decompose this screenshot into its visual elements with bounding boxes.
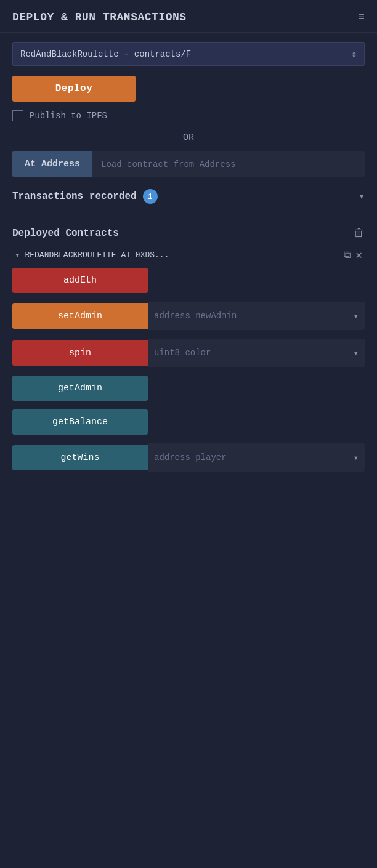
fn-row-spin: spin ▾ bbox=[12, 339, 365, 367]
instance-chevron-icon[interactable]: ▾ bbox=[15, 250, 20, 260]
at-address-row: At Address bbox=[12, 151, 365, 177]
fn-input-wrap-setAdmin: ▾ bbox=[148, 302, 365, 330]
fn-button-setAdmin[interactable]: setAdmin bbox=[12, 303, 148, 329]
transactions-chevron-icon[interactable]: ▾ bbox=[359, 190, 365, 203]
deployed-contracts-title: Deployed Contracts bbox=[12, 228, 119, 239]
page-title: DEPLOY & RUN TRANSACTIONS bbox=[12, 11, 187, 23]
at-address-button[interactable]: At Address bbox=[12, 151, 92, 177]
ipfs-label: Publish to IPFS bbox=[30, 111, 107, 121]
deploy-button[interactable]: Deploy bbox=[12, 76, 136, 102]
transactions-label: Transactions recorded bbox=[12, 191, 137, 202]
header: DEPLOY & RUN TRANSACTIONS ≡ bbox=[0, 0, 377, 33]
ipfs-checkbox[interactable] bbox=[12, 110, 23, 121]
fn-button-getBalance[interactable]: getBalance bbox=[12, 409, 148, 435]
delete-all-icon[interactable]: 🗑 bbox=[354, 227, 365, 239]
load-contract-input[interactable] bbox=[92, 151, 365, 177]
fn-input-wrap-getWins: ▾ bbox=[148, 443, 365, 472]
or-divider: OR bbox=[0, 132, 377, 143]
contract-select-wrapper: RedAndBlackRoulette - contracts/F ⇕ bbox=[12, 42, 365, 66]
section-divider bbox=[12, 215, 365, 215]
copy-address-icon[interactable]: ⧉ bbox=[344, 249, 351, 261]
deployed-contracts-header: Deployed Contracts 🗑 bbox=[12, 227, 365, 239]
transactions-label-group: Transactions recorded 1 bbox=[12, 189, 158, 204]
fn-button-spin[interactable]: spin bbox=[12, 340, 148, 366]
fn-button-getAdmin[interactable]: getAdmin bbox=[12, 376, 148, 401]
fn-button-getWins[interactable]: getWins bbox=[12, 445, 148, 470]
contract-instance-row: ▾ REDANDBLACKROULETTE AT 0XDS... ⧉ ✕ bbox=[12, 248, 365, 262]
ipfs-row: Publish to IPFS bbox=[12, 110, 365, 121]
functions-area: addEth setAdmin ▾ spin ▾ getAdmin getBal… bbox=[12, 268, 365, 472]
fn-row-getWins: getWins ▾ bbox=[12, 443, 365, 472]
contract-select[interactable]: RedAndBlackRoulette - contracts/F bbox=[12, 42, 365, 66]
fn-row-setAdmin: setAdmin ▾ bbox=[12, 302, 365, 330]
fn-chevron-setAdmin-icon[interactable]: ▾ bbox=[354, 311, 359, 321]
fn-input-setAdmin[interactable] bbox=[154, 311, 354, 321]
contract-instance-name: REDANDBLACKROULETTE AT 0XDS... bbox=[25, 251, 339, 260]
fn-input-spin[interactable] bbox=[154, 348, 354, 358]
remove-contract-icon[interactable]: ✕ bbox=[355, 248, 362, 262]
transactions-badge: 1 bbox=[143, 189, 158, 204]
fn-input-wrap-spin: ▾ bbox=[148, 339, 365, 367]
fn-row-getAdmin: getAdmin bbox=[12, 376, 365, 401]
fn-input-getWins[interactable] bbox=[154, 452, 354, 462]
fn-row-addEth: addEth bbox=[12, 268, 365, 293]
menu-icon[interactable]: ≡ bbox=[358, 11, 365, 23]
transactions-row[interactable]: Transactions recorded 1 ▾ bbox=[12, 189, 365, 204]
fn-row-getBalance: getBalance bbox=[12, 409, 365, 435]
fn-button-addEth[interactable]: addEth bbox=[12, 268, 148, 293]
fn-chevron-getWins-icon[interactable]: ▾ bbox=[354, 452, 359, 463]
fn-chevron-spin-icon[interactable]: ▾ bbox=[354, 348, 359, 358]
